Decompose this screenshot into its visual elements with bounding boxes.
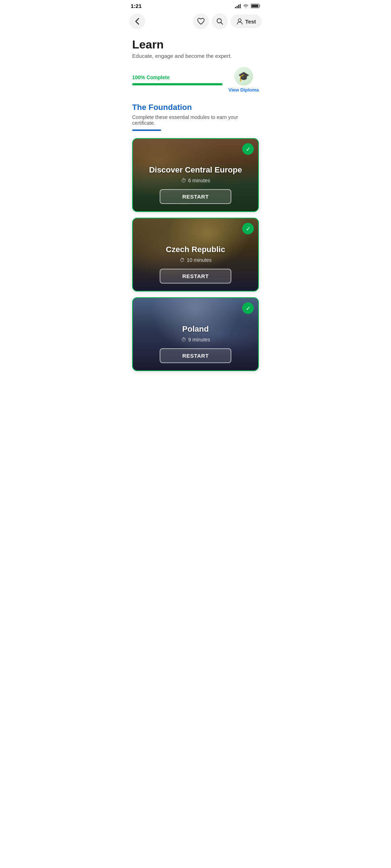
foundation-title: The Foundation bbox=[132, 103, 259, 112]
restart-button-czech[interactable]: RESTART bbox=[160, 269, 231, 284]
status-bar: 1:21 bbox=[125, 0, 266, 10]
svg-rect-1 bbox=[237, 6, 238, 8]
module-duration-central: ⏱ 6 minutes bbox=[181, 178, 210, 183]
progress-section: 100% Complete 🎓 View Diploma bbox=[125, 63, 266, 97]
clock-icon-poland: ⏱ bbox=[181, 337, 186, 342]
module-card-czech-republic: ✓ Czech Republic ⏱ 10 minutes RESTART bbox=[132, 218, 259, 292]
foundation-progress-bar-fill bbox=[132, 129, 161, 131]
learn-header: Learn Educate, engage and become the exp… bbox=[125, 32, 266, 63]
module-card-poland: ✓ Poland ⏱ 9 minutes RESTART bbox=[132, 297, 259, 371]
svg-rect-2 bbox=[238, 5, 239, 8]
svg-rect-0 bbox=[235, 7, 236, 8]
progress-bar-bg bbox=[132, 83, 223, 85]
modules-list: ✓ Discover Central Europe ⏱ 6 minutes RE… bbox=[125, 134, 266, 375]
clock-icon-central: ⏱ bbox=[181, 178, 186, 183]
learn-subtitle: Educate, engage and become the expert. bbox=[132, 53, 259, 59]
test-button[interactable]: Test bbox=[231, 14, 262, 28]
restart-button-poland[interactable]: RESTART bbox=[160, 348, 231, 363]
search-button[interactable] bbox=[212, 13, 228, 29]
learn-title: Learn bbox=[132, 38, 259, 51]
battery-icon bbox=[251, 4, 260, 8]
back-icon bbox=[135, 18, 139, 25]
completed-badge-poland: ✓ bbox=[242, 302, 254, 314]
module-duration-czech: ⏱ 10 minutes bbox=[180, 257, 211, 263]
progress-left: 100% Complete bbox=[132, 75, 223, 85]
foundation-description: Complete these essential modules to earn… bbox=[132, 114, 259, 126]
status-time: 1:21 bbox=[131, 3, 142, 9]
signal-icon bbox=[235, 4, 241, 8]
completed-badge-central: ✓ bbox=[242, 143, 254, 155]
module-duration-poland: ⏱ 9 minutes bbox=[181, 337, 210, 342]
top-nav: Test bbox=[125, 10, 266, 32]
nav-right-actions: Test bbox=[193, 13, 262, 29]
module-card-central-europe: ✓ Discover Central Europe ⏱ 6 minutes RE… bbox=[132, 138, 259, 212]
module-duration-text-czech: 10 minutes bbox=[187, 257, 211, 263]
test-label: Test bbox=[245, 18, 256, 25]
search-icon bbox=[216, 18, 223, 25]
restart-button-central[interactable]: RESTART bbox=[160, 189, 231, 204]
progress-bar-fill bbox=[132, 83, 223, 85]
foundation-progress-bar-bg bbox=[132, 129, 161, 131]
module-content-central: ✓ Discover Central Europe ⏱ 6 minutes RE… bbox=[133, 139, 258, 211]
module-content-czech: ✓ Czech Republic ⏱ 10 minutes RESTART bbox=[133, 218, 258, 291]
module-title-central: Discover Central Europe bbox=[149, 165, 242, 175]
user-icon bbox=[236, 18, 243, 25]
module-content-poland: ✓ Poland ⏱ 9 minutes RESTART bbox=[133, 298, 258, 370]
view-diploma-button[interactable]: 🎓 View Diploma bbox=[228, 67, 259, 93]
svg-point-7 bbox=[238, 19, 241, 22]
heart-icon bbox=[197, 18, 205, 25]
wifi-icon bbox=[243, 4, 249, 8]
module-duration-text-poland: 9 minutes bbox=[188, 337, 210, 342]
progress-label: 100% Complete bbox=[132, 75, 223, 80]
favorite-button[interactable] bbox=[193, 13, 209, 29]
foundation-section: The Foundation Complete these essential … bbox=[125, 97, 266, 134]
diploma-icon: 🎓 bbox=[234, 67, 253, 86]
module-title-czech: Czech Republic bbox=[166, 245, 225, 254]
back-button[interactable] bbox=[129, 13, 145, 29]
module-title-poland: Poland bbox=[182, 324, 209, 334]
diploma-label: View Diploma bbox=[228, 87, 259, 93]
module-duration-text-central: 6 minutes bbox=[188, 178, 210, 183]
status-icons bbox=[235, 4, 260, 8]
completed-badge-czech: ✓ bbox=[242, 223, 254, 234]
svg-rect-3 bbox=[240, 4, 241, 8]
svg-rect-5 bbox=[252, 5, 258, 8]
clock-icon-czech: ⏱ bbox=[180, 257, 185, 263]
